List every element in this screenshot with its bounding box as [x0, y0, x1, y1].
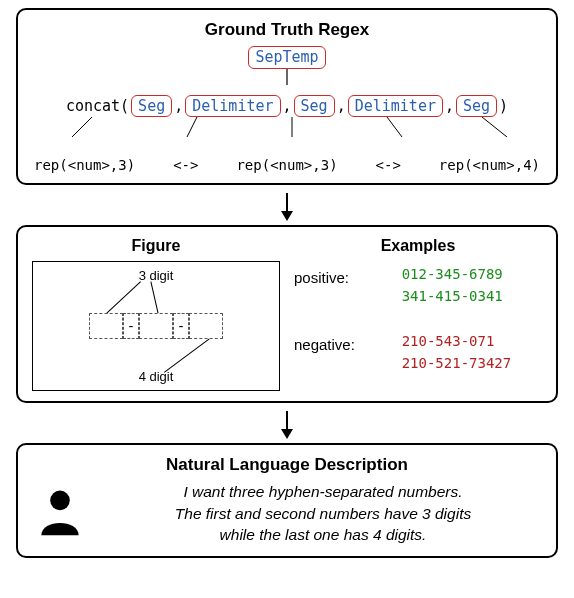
panel3-title: Natural Language Description: [32, 455, 542, 475]
negative-1: 210-521-73427: [402, 352, 542, 374]
desc-line-1: I want three hyphen-separated numbers.: [104, 481, 542, 503]
positive-1: 341-415-0341: [402, 285, 542, 307]
seg-box-1: [89, 313, 123, 339]
figure-column: Figure 3 digit - - 4 digit: [32, 237, 280, 391]
comma-0: ,: [174, 97, 183, 115]
expansion-1: <->: [173, 157, 198, 173]
svg-line-4: [387, 117, 402, 137]
negative-0: 210-543-071: [402, 330, 542, 352]
comma-3: ,: [445, 97, 454, 115]
part-3-badge: Delimiter: [348, 95, 443, 118]
seg-dash-2: -: [173, 313, 189, 339]
expansion-row: rep(<num>,3) <-> rep(<num>,3) <-> rep(<n…: [32, 157, 542, 173]
comma-2: ,: [337, 97, 346, 115]
arrow-2: [16, 411, 558, 439]
panel1-title: Ground Truth Regex: [32, 20, 542, 40]
connector-root: [282, 69, 292, 85]
negative-values: 210-543-071 210-521-73427: [402, 330, 542, 375]
expansion-4: rep(<num>,4): [439, 157, 540, 173]
arrow-down-icon: [277, 411, 297, 439]
svg-marker-7: [281, 211, 293, 221]
examples-title: Examples: [294, 237, 542, 255]
part-4-badge: Seg: [456, 95, 497, 118]
seg-box-2: [139, 313, 173, 339]
root-template-row: SepTemp: [32, 46, 542, 69]
svg-line-2: [187, 117, 197, 137]
examples-column: Examples positive: 012-345-6789 341-415-…: [294, 237, 542, 391]
figure-bottom-label: 4 digit: [139, 369, 174, 384]
expansion-3: <->: [376, 157, 401, 173]
person-icon: [32, 484, 88, 544]
concat-close: ): [499, 97, 508, 115]
svg-line-10: [164, 339, 209, 372]
ground-truth-regex-panel: Ground Truth Regex SepTemp concat( Seg ,…: [16, 8, 558, 185]
positive-values: 012-345-6789 341-415-0341: [402, 263, 542, 308]
concat-row: concat( Seg , Delimiter , Seg , Delimite…: [32, 95, 542, 118]
negative-label: negative:: [294, 330, 386, 353]
arrow-down-icon: [277, 193, 297, 221]
septemp-badge: SepTemp: [248, 46, 325, 69]
arrow-1: [16, 193, 558, 221]
figure-top-label: 3 digit: [139, 268, 174, 283]
desc-line-2: The first and second numbers have 3 digi…: [104, 503, 542, 525]
svg-line-1: [72, 117, 92, 137]
description-body: I want three hyphen-separated numbers. T…: [32, 481, 542, 546]
figure-title: Figure: [32, 237, 280, 255]
part-2-badge: Seg: [294, 95, 335, 118]
description-text: I want three hyphen-separated numbers. T…: [104, 481, 542, 546]
part-1-badge: Delimiter: [185, 95, 280, 118]
segment-strip: - -: [89, 313, 223, 339]
desc-line-3: while the last one has 4 digits.: [104, 524, 542, 546]
svg-line-5: [482, 117, 507, 137]
seg-box-3: [189, 313, 223, 339]
svg-marker-12: [281, 429, 293, 439]
examples-grid: positive: 012-345-6789 341-415-0341 nega…: [294, 263, 542, 375]
concat-open: concat(: [66, 97, 129, 115]
expansion-0: rep(<num>,3): [34, 157, 135, 173]
svg-line-9: [151, 282, 158, 314]
concat-connectors: [32, 117, 542, 137]
figure-examples-panel: Figure 3 digit - - 4 digit Examples posi: [16, 225, 558, 403]
positive-label: positive:: [294, 263, 386, 286]
expansion-2: rep(<num>,3): [236, 157, 337, 173]
figure-box: 3 digit - - 4 digit: [32, 261, 280, 391]
positive-0: 012-345-6789: [402, 263, 542, 285]
seg-dash-1: -: [123, 313, 139, 339]
description-panel: Natural Language Description I want thre…: [16, 443, 558, 558]
svg-line-8: [107, 282, 141, 314]
svg-point-13: [50, 490, 70, 510]
comma-1: ,: [283, 97, 292, 115]
part-0-badge: Seg: [131, 95, 172, 118]
